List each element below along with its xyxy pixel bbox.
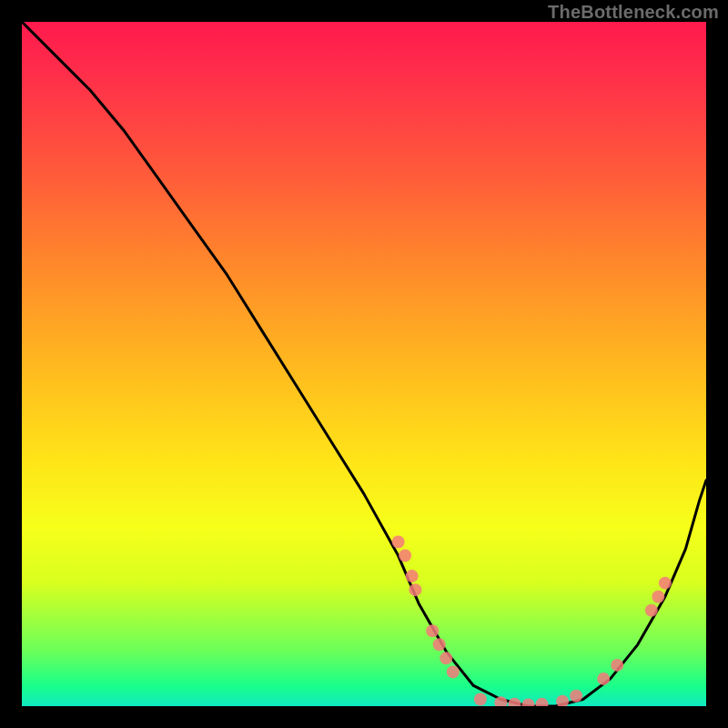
data-marker [521, 699, 534, 707]
data-marker [406, 570, 419, 582]
data-marker [508, 698, 521, 706]
data-marker [433, 638, 446, 651]
data-marker [409, 583, 421, 596]
data-marker [474, 693, 487, 705]
chart-frame: TheBottleneck.com [0, 0, 728, 728]
data-marker [399, 550, 411, 562]
data-marker [659, 577, 672, 590]
data-marker [570, 690, 582, 703]
plot-area [22, 22, 706, 706]
data-marker [611, 659, 623, 672]
data-marker [652, 591, 664, 603]
watermark-text: TheBottleneck.com [548, 2, 719, 23]
data-marker [556, 695, 569, 706]
bottleneck-curve [22, 22, 706, 706]
data-marker [536, 698, 549, 706]
data-marker [645, 604, 658, 617]
chart-svg [22, 22, 706, 706]
data-marker [597, 672, 610, 685]
data-marker [426, 624, 439, 637]
data-marker [440, 652, 452, 664]
data-marker [447, 665, 460, 678]
data-marker [392, 536, 405, 549]
